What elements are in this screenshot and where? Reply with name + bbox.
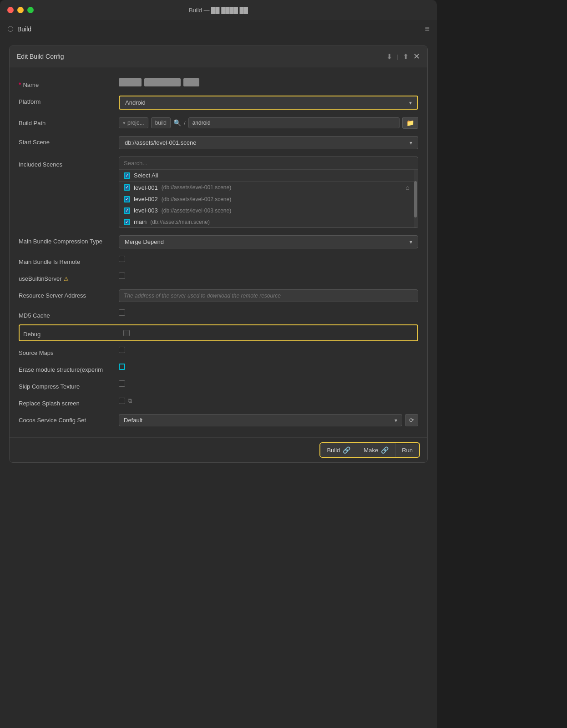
select-all-checkbox[interactable]: ✓: [124, 172, 130, 179]
main-content: Edit Build Config ⬇ | ⬆ ✕ * Name: [0, 38, 437, 728]
erase-module-control: [119, 364, 418, 370]
debug-row: Debug: [19, 324, 418, 341]
resource-server-control[interactable]: The address of the server used to downlo…: [119, 289, 418, 302]
window-title: Build — ██ ████ ██: [189, 7, 248, 14]
scene-item-main[interactable]: ✓ main (db://assets/main.scene): [119, 216, 414, 228]
replace-splash-control: ⧉: [119, 397, 418, 404]
md5-cache-checkbox[interactable]: [119, 309, 125, 316]
start-scene-select[interactable]: db://assets/level-001.scene ▾: [119, 136, 418, 149]
maximize-window-button[interactable]: [27, 7, 34, 13]
compression-select[interactable]: Merge Depend ▾: [119, 235, 418, 248]
chevron-down-icon: ▾: [410, 140, 412, 146]
chevron-down-icon: ▾: [410, 239, 412, 245]
scene-item-level002[interactable]: ✓ level-002 (db://assets/level-002.scene…: [119, 193, 414, 205]
debug-label: Debug: [23, 328, 123, 338]
build-path-label: Build Path: [19, 117, 119, 126]
skip-compress-checkbox[interactable]: [119, 380, 125, 387]
included-scenes-control: ✓ Select All ✓ level-001: [119, 157, 418, 228]
build-path-value[interactable]: android: [188, 117, 400, 128]
link2-icon: 🔗: [381, 446, 389, 454]
close-dialog-button[interactable]: ✕: [413, 51, 420, 61]
resource-server-label: Resource Server Address: [19, 289, 119, 299]
search-icon[interactable]: 🔍: [173, 119, 181, 126]
name-label: * Name: [19, 78, 119, 88]
scene-path-main: (db://assets/main.scene): [150, 219, 210, 225]
form-body: * Name Platform Andr: [10, 67, 427, 437]
dialog-title: Edit Build Config: [17, 53, 64, 60]
bundle-remote-checkbox[interactable]: [119, 256, 125, 262]
scenes-search-input[interactable]: [124, 160, 413, 167]
export-icon[interactable]: ⬆: [403, 52, 409, 61]
cocos-config-select[interactable]: Default ▾: [119, 414, 402, 426]
dialog-header: Edit Build Config ⬇ | ⬆ ✕: [10, 46, 427, 67]
platform-value: Android: [125, 99, 146, 106]
included-scenes-row: Included Scenes ✓: [19, 153, 418, 232]
scene-checkbox-level003[interactable]: ✓: [124, 207, 130, 214]
builtin-server-label: useBuiltinServer ⚠: [19, 273, 119, 282]
start-scene-row: Start Scene db://assets/level-001.scene …: [19, 132, 418, 153]
build-button[interactable]: Build 🔗: [320, 443, 357, 457]
build-path-row: Build Path ▾ proje... build 🔍 / android: [19, 113, 418, 132]
divider: |: [397, 53, 398, 60]
select-all-label: Select All: [134, 172, 158, 179]
builtin-server-row: useBuiltinServer ⚠: [19, 269, 418, 286]
external-link-icon[interactable]: ⧉: [128, 397, 132, 404]
resource-server-row: Resource Server Address The address of t…: [19, 286, 418, 306]
compression-control[interactable]: Merge Depend ▾: [119, 235, 418, 248]
scene-checkbox-level001[interactable]: ✓: [124, 184, 130, 191]
scene-checkbox-main[interactable]: ✓: [124, 219, 130, 225]
builtin-server-checkbox[interactable]: [119, 273, 125, 279]
cocos-config-control: Default ▾ ⟳: [119, 414, 418, 426]
make-button[interactable]: Make 🔗: [357, 443, 395, 457]
compression-label: Main Bundle Compression Type: [19, 235, 119, 245]
start-scene-value: db://assets/level-001.scene: [125, 139, 197, 146]
scene-item-level003[interactable]: ✓ level-003 (db://assets/level-003.scene…: [119, 205, 414, 216]
chevron-icon: ▾: [123, 120, 126, 126]
scenes-scrollbar[interactable]: [414, 170, 418, 228]
scene-name-level001: level-001: [134, 184, 158, 191]
bundle-remote-control: [119, 256, 418, 262]
md5-cache-row: MD5 Cache: [19, 306, 418, 323]
build-path-prefix[interactable]: ▾ proje...: [119, 117, 148, 128]
scenes-panel: ✓ Select All ✓ level-001: [119, 157, 418, 228]
scene-name-level002: level-002: [134, 196, 158, 202]
md5-cache-label: MD5 Cache: [19, 309, 119, 319]
scroll-thumb: [414, 181, 417, 217]
build-path-folder[interactable]: build: [151, 117, 171, 128]
appbar-title: Build: [17, 25, 31, 33]
checkmark-icon: ✓: [125, 208, 129, 213]
scene-item-level001[interactable]: ✓ level-001 (db://assets/level-001.scene…: [119, 182, 414, 193]
bundle-remote-row: Main Bundle Is Remote: [19, 252, 418, 269]
browse-folder-button[interactable]: 📁: [402, 117, 418, 129]
replace-splash-checkbox[interactable]: [119, 398, 125, 404]
platform-row: Platform Android ▾: [19, 92, 418, 113]
chevron-down-icon: ▾: [409, 100, 412, 106]
minimize-window-button[interactable]: [17, 7, 24, 13]
appbar-left: ⬡ Build: [7, 25, 31, 33]
build-icon: ⬡: [7, 25, 14, 33]
run-button[interactable]: Run: [395, 444, 419, 457]
dialog-header-actions: ⬇ | ⬆ ✕: [386, 51, 420, 61]
source-maps-checkbox[interactable]: [119, 347, 125, 353]
checkmark-icon: ✓: [125, 220, 129, 224]
cocos-config-action-button[interactable]: ⟳: [405, 414, 418, 426]
debug-checkbox[interactable]: [123, 330, 130, 336]
warning-icon: ⚠: [64, 276, 69, 282]
name-block-2: [144, 78, 181, 86]
select-all-item[interactable]: ✓ Select All: [119, 170, 414, 182]
scenes-content: ✓ Select All ✓ level-001: [119, 170, 414, 228]
name-control: [119, 78, 418, 86]
download-icon[interactable]: ⬇: [386, 52, 392, 61]
compression-value: Merge Depend: [125, 238, 164, 245]
resource-server-input[interactable]: The address of the server used to downlo…: [119, 289, 418, 302]
cocos-config-value: Default: [124, 417, 142, 424]
skip-compress-control: [119, 380, 418, 387]
platform-control[interactable]: Android ▾: [119, 96, 418, 110]
close-window-button[interactable]: [7, 7, 14, 13]
erase-module-checkbox[interactable]: [119, 364, 125, 370]
skip-compress-row: Skip Compress Texture: [19, 377, 418, 394]
scene-checkbox-level002[interactable]: ✓: [124, 196, 130, 202]
platform-select[interactable]: Android ▾: [119, 96, 418, 110]
start-scene-control[interactable]: db://assets/level-001.scene ▾: [119, 136, 418, 149]
menu-icon[interactable]: ≡: [425, 24, 430, 34]
